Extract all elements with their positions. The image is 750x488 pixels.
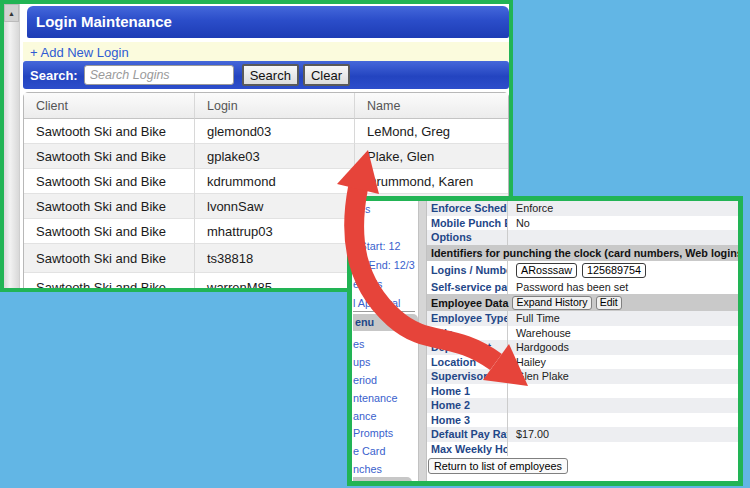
- sidebar-item[interactable]: ance: [353, 410, 376, 422]
- field-label: Employee Type: [427, 312, 507, 324]
- sidebar-item[interactable]: nches: [353, 463, 382, 475]
- button-row: Return to list of employees: [427, 456, 738, 474]
- vertical-scrollbar[interactable]: ▲: [4, 4, 20, 288]
- sidebar-item[interactable]: es: [353, 338, 364, 350]
- sidebar-item[interactable]: ups: [353, 356, 370, 368]
- cell-client: Sawtooth Ski and Bike: [24, 169, 194, 194]
- cell-client: Sawtooth Ski and Bike: [24, 194, 194, 219]
- edit-button[interactable]: Edit: [596, 296, 622, 310]
- field-label: Title: [427, 327, 507, 339]
- cell-login: lvonnSaw: [194, 194, 354, 219]
- employee-details: Enforce ScheduleEnforceMobile Punch Enab…: [427, 201, 738, 481]
- sidebar-item[interactable]: ntenance: [353, 392, 397, 404]
- field-value: Password has been set: [507, 280, 738, 295]
- cell-client: Sawtooth Ski and Bike: [24, 219, 194, 244]
- return-to-list-button[interactable]: Return to list of employees: [428, 458, 568, 474]
- sidebar-divider: [418, 201, 427, 481]
- search-label: Search:: [30, 68, 78, 83]
- sidebar-item-partial[interactable]: [353, 477, 412, 481]
- field-value: [507, 442, 738, 457]
- sidebar: ries- Start: 12d - End: 12/3eriodsl Appr…: [352, 201, 418, 481]
- field-row-max-weekly-hours: Max Weekly Hours: [427, 442, 738, 457]
- field-row-location: LocationHailey: [427, 355, 738, 370]
- cell-client: Sawtooth Ski and Bike: [24, 273, 194, 288]
- search-bar: Search: Search Clear: [23, 61, 509, 89]
- sidebar-item[interactable]: e Card: [353, 445, 385, 457]
- scroll-up-button[interactable]: ▲: [4, 4, 19, 22]
- login-table-row[interactable]: Sawtooth Ski and Bikegplake03Plake, Glen: [24, 144, 508, 169]
- sidebar-item[interactable]: d - End: 12/3: [353, 259, 415, 271]
- field-label: Mobile Punch Enabled: [427, 217, 507, 229]
- field-label: Logins / Numbers: [427, 264, 507, 276]
- field-value: Hailey: [507, 355, 738, 370]
- login-table-row[interactable]: Sawtooth Ski and BikekdrummondDrummond, …: [24, 169, 508, 194]
- cell-client: Sawtooth Ski and Bike: [24, 244, 194, 273]
- add-new-login-link[interactable]: + Add New Login: [30, 45, 129, 60]
- cell-client: Sawtooth Ski and Bike: [24, 119, 194, 144]
- field-row-options: Options: [427, 230, 738, 245]
- panel-title-bar: Login Maintenance: [27, 6, 509, 38]
- column-header-name: Name: [354, 93, 508, 119]
- cell-name: Drummond, Karen: [354, 169, 508, 194]
- table-header-row: ClientLoginName: [24, 93, 508, 119]
- page-title: Login Maintenance: [36, 13, 172, 30]
- field-value: Glen Plake: [507, 369, 738, 384]
- search-button[interactable]: Search: [242, 64, 299, 86]
- field-value: [507, 413, 738, 428]
- sidebar-item[interactable]: eriod: [353, 374, 377, 386]
- cell-login: glemond03: [194, 119, 354, 144]
- field-row-department: DepartmentHardgoods: [427, 340, 738, 355]
- field-value: [507, 384, 738, 399]
- field-row-self-service-password: Self-service passwordPassword has been s…: [427, 280, 738, 295]
- scrollbar-track[interactable]: [4, 22, 19, 290]
- field-label: Options: [427, 231, 507, 243]
- cell-login: gplake03: [194, 144, 354, 169]
- add-login-bar: + Add New Login: [23, 42, 509, 61]
- clear-button[interactable]: Clear: [303, 64, 350, 86]
- sidebar-item[interactable]: eriods: [353, 278, 382, 290]
- field-value: [507, 398, 738, 413]
- field-value: [507, 230, 738, 245]
- section-header-employee-data: Employee DataExpand HistoryEdit: [427, 294, 738, 311]
- expand-history-button[interactable]: Expand History: [512, 296, 591, 310]
- field-label: Default Pay Rate: [427, 428, 507, 440]
- field-label: Location: [427, 356, 507, 368]
- field-row-title: TitleWarehouse: [427, 326, 738, 341]
- sidebar-item[interactable]: Prompts: [353, 427, 393, 439]
- cell-name: Plake, Glen: [354, 144, 508, 169]
- field-value: ARosssaw125689754: [507, 261, 738, 280]
- sidebar-item[interactable]: ries: [353, 203, 370, 215]
- field-value: Enforce: [507, 201, 738, 216]
- column-header-login: Login: [194, 93, 354, 119]
- section-title: Identifiers for punching the clock (card…: [431, 247, 738, 259]
- field-label: Max Weekly Hours: [427, 443, 507, 455]
- sidebar-item-selected[interactable]: enu: [353, 314, 418, 331]
- field-row-supervisor: SupervisorGlen Plake: [427, 369, 738, 384]
- employee-detail-panel: ries- Start: 12d - End: 12/3eriodsl Appr…: [347, 196, 743, 486]
- field-value: Warehouse: [507, 326, 738, 341]
- login-number-button[interactable]: 125689754: [582, 263, 646, 278]
- sidebar-divider-line: [353, 311, 415, 312]
- cell-client: Sawtooth Ski and Bike: [24, 144, 194, 169]
- slide-background: ▲ Login Maintenance + Add New Login Sear…: [0, 0, 750, 488]
- field-row-home-2: Home 2: [427, 398, 738, 413]
- field-row-enforce-schedule: Enforce ScheduleEnforce: [427, 201, 738, 216]
- login-table-row[interactable]: Sawtooth Ski and Bikeglemond03LeMond, Gr…: [24, 119, 508, 144]
- cell-login: kdrummond: [194, 169, 354, 194]
- cell-login: warrenM85: [194, 273, 354, 288]
- field-label: Self-service password: [427, 281, 507, 293]
- login-number-button[interactable]: ARosssaw: [516, 263, 577, 278]
- field-label: Enforce Schedule: [427, 202, 507, 214]
- sidebar-item[interactable]: l Approval: [353, 297, 400, 309]
- section-title: Employee Data: [431, 297, 508, 309]
- field-label: Department: [427, 341, 507, 353]
- field-label: Supervisor: [427, 370, 507, 382]
- search-input[interactable]: [84, 65, 234, 85]
- field-label: Home 2: [427, 399, 507, 411]
- cell-name: LeMond, Greg: [354, 119, 508, 144]
- field-row-logins-numbers: Logins / NumbersARosssaw125689754: [427, 261, 738, 280]
- field-label: Home 1: [427, 385, 507, 397]
- cell-login: mhattrup03: [194, 219, 354, 244]
- up-arrow-icon: ▲: [8, 10, 15, 17]
- sidebar-item[interactable]: - Start: 12: [353, 240, 400, 252]
